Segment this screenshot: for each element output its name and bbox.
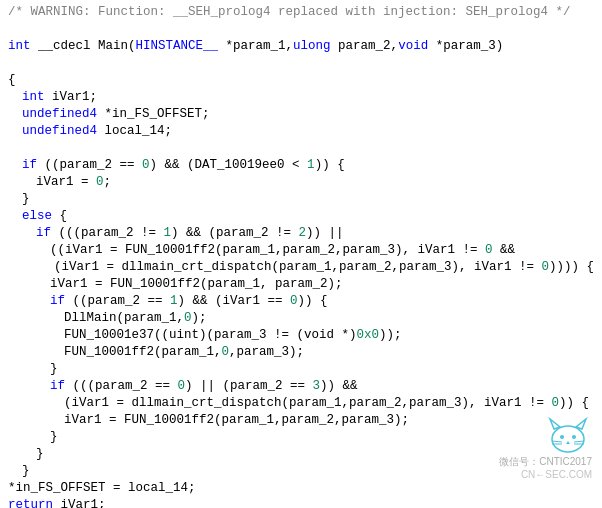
code-token: 0	[222, 344, 230, 361]
code-token: 0	[96, 174, 104, 191]
code-token: FUN_10001e37	[64, 327, 154, 344]
code-viewer: /* WARNING: Function: __SEH_prolog4 repl…	[0, 0, 602, 508]
code-token: (	[128, 38, 136, 55]
code-token: FUN_10001ff2	[64, 344, 154, 361]
code-line: if (((param_2 == 0) || (param_2 == 3)) &…	[0, 378, 602, 395]
code-token: iVar1 =	[50, 276, 110, 293]
code-token: (param_1,param_2,param_3);	[214, 412, 409, 429]
code-token: *param_1,	[218, 38, 293, 55]
code-token: dllmain_crt_dispatch	[121, 259, 271, 276]
code-token: dllmain_crt_dispatch	[132, 395, 282, 412]
code-token: DAT_10019ee0	[195, 157, 285, 174]
code-token: ) && (param_2 !=	[171, 225, 299, 242]
svg-line-6	[552, 441, 562, 442]
code-token: return	[8, 497, 53, 508]
code-token: if	[50, 293, 65, 310]
code-line: {	[0, 72, 602, 89]
code-token: }	[36, 446, 44, 463]
code-token: *in_FS_OFFSET;	[97, 106, 210, 123]
code-token: FUN_10001ff2	[110, 276, 200, 293]
code-token: 3	[313, 378, 321, 395]
code-token: }	[22, 463, 30, 480]
code-token: ) && (iVar1 ==	[178, 293, 291, 310]
code-token: &&	[493, 242, 516, 259]
code-token: )) ||	[306, 225, 344, 242]
code-token: 0	[184, 310, 192, 327]
code-token: iVar1 =	[36, 174, 96, 191]
code-line: return iVar1;	[0, 497, 602, 508]
code-token: );	[192, 310, 207, 327]
code-token: ((param_2 ==	[37, 157, 142, 174]
code-token: FUN_10001ff2	[124, 412, 214, 429]
code-line: *in_FS_OFFSET = local_14;	[0, 480, 602, 497]
code-line: if ((param_2 == 0) && (DAT_10019ee0 < 1)…	[0, 157, 602, 174]
watermark-text2: CN←SEC.COM	[521, 469, 592, 480]
code-line: else {	[0, 208, 602, 225]
code-line: undefined4 local_14;	[0, 123, 602, 140]
code-token: 0	[178, 378, 186, 395]
code-line: undefined4 *in_FS_OFFSET;	[0, 106, 602, 123]
code-token: 1	[164, 225, 172, 242]
code-token: FUN_10001ff2	[125, 242, 215, 259]
code-token: ((uint)(param_3 != (void *)	[154, 327, 357, 344]
code-token: iVar1 =	[64, 412, 124, 429]
code-line: (iVar1 = dllmain_crt_dispatch(param_1,pa…	[0, 259, 602, 276]
code-line	[0, 55, 602, 72]
code-token: if	[36, 225, 51, 242]
svg-line-8	[574, 441, 584, 442]
code-token: *param_3)	[428, 38, 503, 55]
svg-point-4	[572, 435, 576, 439]
code-token: else	[22, 208, 52, 225]
code-token: ((param_2 ==	[65, 293, 170, 310]
code-token: <	[285, 157, 308, 174]
code-token: {	[52, 208, 67, 225]
code-token: int	[22, 89, 45, 106]
code-line	[0, 21, 602, 38]
code-token: iVar1;	[53, 497, 106, 508]
code-token: /* WARNING: Function: __SEH_prolog4 repl…	[8, 4, 571, 21]
code-token: ) && (	[150, 157, 195, 174]
code-token: {	[8, 72, 16, 89]
watermark: 微信号：CNTIC2017 CN←SEC.COM	[499, 417, 592, 480]
code-token: (param_1, param_2);	[200, 276, 343, 293]
code-token: (iVar1 =	[64, 395, 132, 412]
watermark-logo	[544, 417, 592, 455]
code-token: 2	[299, 225, 307, 242]
code-token: 0	[485, 242, 493, 259]
svg-marker-2	[576, 419, 586, 429]
code-token: }	[50, 429, 58, 446]
watermark-text1: 微信号：CNTIC2017	[499, 455, 592, 469]
code-token: (param_1,	[154, 344, 222, 361]
code-line: int iVar1;	[0, 89, 602, 106]
code-line: FUN_10001ff2(param_1,0,param_3);	[0, 344, 602, 361]
code-token: )) &&	[320, 378, 358, 395]
code-token: )) {	[559, 395, 589, 412]
code-token: (((param_2 !=	[51, 225, 164, 242]
code-token: local_14;	[97, 123, 172, 140]
code-line: }	[0, 361, 602, 378]
code-line: iVar1 = FUN_10001ff2(param_1, param_2);	[0, 276, 602, 293]
code-line: ((iVar1 = FUN_10001ff2(param_1,param_2,p…	[0, 242, 602, 259]
code-token: DllMain	[64, 310, 117, 327]
svg-marker-1	[550, 419, 560, 429]
code-token: undefined4	[22, 106, 97, 123]
code-token: 0x0	[357, 327, 380, 344]
code-token: *in_FS_OFFSET = local_14;	[8, 480, 196, 497]
code-token: )) {	[298, 293, 328, 310]
code-token: ;	[104, 174, 112, 191]
code-line: if ((param_2 == 1) && (iVar1 == 0)) {	[0, 293, 602, 310]
code-token: if	[50, 378, 65, 395]
code-token: Main	[98, 38, 128, 55]
code-line: iVar1 = 0;	[0, 174, 602, 191]
code-token: }	[50, 361, 58, 378]
code-line	[0, 140, 602, 157]
code-token: ulong	[293, 38, 331, 55]
code-token: int	[8, 38, 31, 55]
code-token: __cdecl	[31, 38, 99, 55]
code-line: int __cdecl Main(HINSTANCE__ *param_1,ul…	[0, 38, 602, 55]
code-token: (iVar1 =	[54, 259, 122, 276]
code-line: }	[0, 191, 602, 208]
code-token: }	[22, 191, 30, 208]
code-token: ));	[379, 327, 402, 344]
code-token: (((param_2 ==	[65, 378, 178, 395]
